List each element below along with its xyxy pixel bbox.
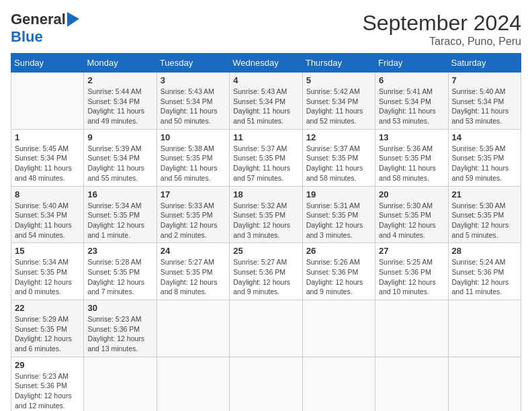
calendar-table: Sunday Monday Tuesday Wednesday Thursday… [11,53,521,411]
day-number: 1 [15,132,80,142]
logo-general-text: General [11,11,66,28]
day-number: 8 [15,189,80,199]
calendar-cell: 26Sunrise: 5:26 AMSunset: 5:36 PMDayligh… [302,243,375,300]
day-info: Sunrise: 5:40 AMSunset: 5:34 PMDaylight:… [15,201,80,240]
calendar-cell: 27Sunrise: 5:25 AMSunset: 5:36 PMDayligh… [375,243,448,300]
calendar-cell [302,357,375,411]
day-number: 30 [87,303,152,313]
day-number: 9 [87,132,152,142]
day-info: Sunrise: 5:34 AMSunset: 5:35 PMDaylight:… [87,201,152,240]
calendar-cell [11,73,84,130]
day-info: Sunrise: 5:34 AMSunset: 5:35 PMDaylight:… [15,257,80,297]
day-number: 10 [161,132,226,142]
calendar-cell: 25Sunrise: 5:27 AMSunset: 5:36 PMDayligh… [230,243,302,300]
col-thursday: Thursday [302,54,375,73]
day-number: 22 [15,303,80,313]
calendar-cell: 5Sunrise: 5:42 AMSunset: 5:34 PMDaylight… [302,73,375,130]
day-info: Sunrise: 5:35 AMSunset: 5:35 PMDaylight:… [452,144,517,183]
day-number: 4 [233,75,298,85]
calendar-cell [230,357,302,411]
calendar-cell [302,300,375,357]
col-sunday: Sunday [11,54,84,73]
calendar-week-row: 8Sunrise: 5:40 AMSunset: 5:34 PMDaylight… [11,186,521,243]
day-number: 20 [379,189,444,199]
calendar-cell [84,357,157,411]
calendar-cell: 10Sunrise: 5:38 AMSunset: 5:35 PMDayligh… [157,129,229,186]
calendar-cell: 29Sunrise: 5:23 AMSunset: 5:36 PMDayligh… [11,357,84,411]
month-title: September 2024 [362,11,521,36]
day-info: Sunrise: 5:28 AMSunset: 5:35 PMDaylight:… [87,257,152,297]
col-saturday: Saturday [448,54,521,73]
day-number: 25 [233,246,298,256]
day-number: 13 [379,132,444,142]
logo: General Blue [11,11,79,46]
calendar-cell: 2Sunrise: 5:44 AMSunset: 5:34 PMDaylight… [84,73,157,130]
day-number: 12 [306,132,371,142]
day-number: 21 [452,189,517,199]
day-info: Sunrise: 5:36 AMSunset: 5:35 PMDaylight:… [379,144,444,183]
calendar-header-row: Sunday Monday Tuesday Wednesday Thursday… [11,54,521,73]
calendar-cell: 24Sunrise: 5:27 AMSunset: 5:35 PMDayligh… [157,243,229,300]
calendar-cell: 3Sunrise: 5:43 AMSunset: 5:34 PMDaylight… [157,73,229,130]
day-info: Sunrise: 5:27 AMSunset: 5:36 PMDaylight:… [233,257,298,297]
day-number: 5 [306,75,371,85]
calendar-cell: 19Sunrise: 5:31 AMSunset: 5:35 PMDayligh… [302,186,375,243]
day-info: Sunrise: 5:38 AMSunset: 5:35 PMDaylight:… [161,144,226,183]
logo-bird-icon [67,12,79,27]
calendar-cell: 30Sunrise: 5:23 AMSunset: 5:36 PMDayligh… [84,300,157,357]
location-title: Taraco, Puno, Peru [362,36,521,48]
calendar-cell: 17Sunrise: 5:33 AMSunset: 5:35 PMDayligh… [157,186,229,243]
day-info: Sunrise: 5:44 AMSunset: 5:34 PMDaylight:… [87,87,152,126]
calendar-cell: 21Sunrise: 5:30 AMSunset: 5:35 PMDayligh… [448,186,521,243]
day-info: Sunrise: 5:29 AMSunset: 5:35 PMDaylight:… [15,314,80,354]
day-number: 11 [233,132,298,142]
logo-blue-text: Blue [11,28,79,46]
day-number: 19 [306,189,371,199]
day-info: Sunrise: 5:37 AMSunset: 5:35 PMDaylight:… [306,144,371,183]
calendar-cell [375,357,448,411]
day-info: Sunrise: 5:33 AMSunset: 5:35 PMDaylight:… [161,201,226,240]
calendar-cell: 7Sunrise: 5:40 AMSunset: 5:34 PMDaylight… [448,73,521,130]
day-info: Sunrise: 5:43 AMSunset: 5:34 PMDaylight:… [161,87,226,126]
day-info: Sunrise: 5:42 AMSunset: 5:34 PMDaylight:… [306,87,371,126]
calendar-cell: 16Sunrise: 5:34 AMSunset: 5:35 PMDayligh… [84,186,157,243]
page-header: General Blue September 2024 Taraco, Puno… [11,11,521,48]
col-monday: Monday [84,54,157,73]
day-number: 24 [161,246,226,256]
day-info: Sunrise: 5:45 AMSunset: 5:34 PMDaylight:… [15,144,80,183]
calendar-cell [230,300,302,357]
calendar-week-row: 29Sunrise: 5:23 AMSunset: 5:36 PMDayligh… [11,357,521,411]
day-number: 17 [161,189,226,199]
day-info: Sunrise: 5:31 AMSunset: 5:35 PMDaylight:… [306,201,371,240]
day-number: 14 [452,132,517,142]
day-info: Sunrise: 5:40 AMSunset: 5:34 PMDaylight:… [452,87,517,126]
svg-marker-0 [67,12,79,27]
calendar-cell [448,357,521,411]
calendar-cell: 12Sunrise: 5:37 AMSunset: 5:35 PMDayligh… [302,129,375,186]
calendar-cell: 8Sunrise: 5:40 AMSunset: 5:34 PMDaylight… [11,186,84,243]
day-number: 29 [15,360,80,370]
day-number: 26 [306,246,371,256]
day-number: 23 [87,246,152,256]
day-info: Sunrise: 5:43 AMSunset: 5:34 PMDaylight:… [233,87,298,126]
calendar-week-row: 2Sunrise: 5:44 AMSunset: 5:34 PMDaylight… [11,73,521,130]
day-number: 7 [452,75,517,85]
calendar-cell: 11Sunrise: 5:37 AMSunset: 5:35 PMDayligh… [230,129,302,186]
day-number: 3 [161,75,226,85]
day-info: Sunrise: 5:37 AMSunset: 5:35 PMDaylight:… [233,144,298,183]
calendar-cell: 6Sunrise: 5:41 AMSunset: 5:34 PMDaylight… [375,73,448,130]
calendar-cell: 14Sunrise: 5:35 AMSunset: 5:35 PMDayligh… [448,129,521,186]
calendar-cell [448,300,521,357]
calendar-week-row: 15Sunrise: 5:34 AMSunset: 5:35 PMDayligh… [11,243,521,300]
day-number: 16 [87,189,152,199]
day-info: Sunrise: 5:23 AMSunset: 5:36 PMDaylight:… [87,314,152,354]
calendar-cell: 23Sunrise: 5:28 AMSunset: 5:35 PMDayligh… [84,243,157,300]
day-info: Sunrise: 5:27 AMSunset: 5:35 PMDaylight:… [161,257,226,297]
col-tuesday: Tuesday [157,54,229,73]
calendar-cell: 18Sunrise: 5:32 AMSunset: 5:35 PMDayligh… [230,186,302,243]
calendar-cell [375,300,448,357]
col-friday: Friday [375,54,448,73]
calendar-cell: 22Sunrise: 5:29 AMSunset: 5:35 PMDayligh… [11,300,84,357]
title-block: September 2024 Taraco, Puno, Peru [362,11,521,48]
calendar-week-row: 1Sunrise: 5:45 AMSunset: 5:34 PMDaylight… [11,129,521,186]
